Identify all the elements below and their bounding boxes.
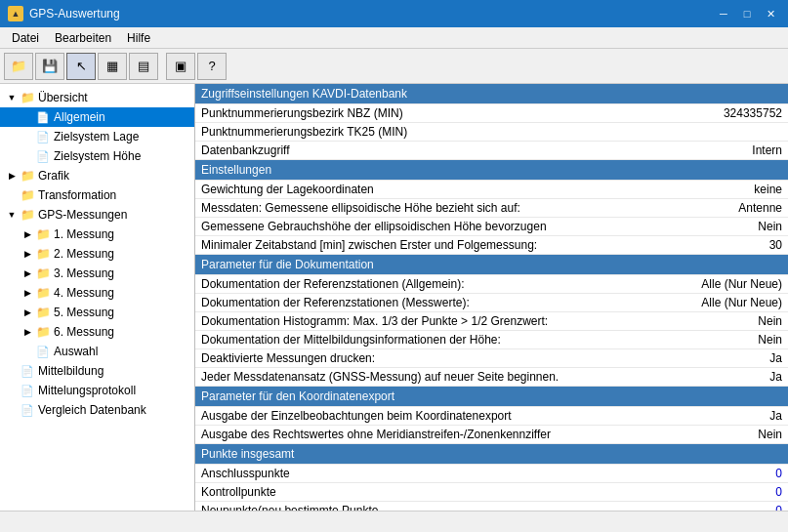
tree-expander-messung3[interactable]: ▶ — [20, 266, 35, 281]
tree-item-uebersicht[interactable]: ▼📁Übersicht — [0, 88, 194, 107]
folder-icon: 📁 — [35, 266, 51, 281]
tree-item-vergleich-datenbank[interactable]: 📄Vergleich Datenbank — [0, 400, 194, 420]
row-label: Kontrollpunkte — [195, 483, 581, 502]
tree-item-auswahl[interactable]: 📄Auswahl — [0, 342, 194, 361]
row-value: Ja — [581, 349, 788, 368]
tree-panel[interactable]: ▼📁Übersicht📄Allgemein📄Zielsystem Lage📄Zi… — [0, 84, 195, 511]
menu-item-bearbeiten[interactable]: Bearbeiten — [47, 29, 119, 47]
tree-item-gps-messungen[interactable]: ▼📁GPS-Messungen — [0, 205, 194, 225]
tree-item-messung2[interactable]: ▶📁2. Messung — [0, 244, 194, 264]
content-panel[interactable]: Zugriffseinstellungen KAVDI-DatenbankPun… — [195, 84, 788, 511]
tree-item-messung3[interactable]: ▶📁3. Messung — [0, 264, 194, 283]
tree-expander-messung2[interactable]: ▶ — [20, 246, 35, 262]
tree-expander-allgemein[interactable] — [20, 109, 35, 125]
tree-expander-uebersicht[interactable]: ▼ — [4, 90, 20, 105]
row-label: Ausgabe des Rechtswertes ohne Meridianst… — [195, 426, 581, 444]
menu-item-hilfe[interactable]: Hilfe — [119, 29, 158, 47]
tree-expander-messung4[interactable]: ▶ — [20, 285, 35, 301]
folder-icon: 📁 — [35, 324, 51, 340]
grid2-icon[interactable]: ▤ — [129, 53, 158, 80]
tree-label-messung3: 3. Messung — [54, 266, 114, 280]
row-label: Datenbankzugriff — [195, 142, 581, 160]
row-label: Punktnummerierungsbezirk TK25 (MIN) — [195, 123, 581, 142]
row-label: Dokumentation Histogramm: Max. 1/3 der P… — [195, 312, 581, 331]
open-icon[interactable]: 📁 — [4, 53, 33, 80]
content-row-7: Gemessene Gebrauchshöhe der ellipsoidisc… — [195, 218, 788, 236]
tree-item-allgemein[interactable]: 📄Allgemein — [0, 107, 194, 127]
tree-item-messung6[interactable]: ▶📁6. Messung — [0, 322, 194, 342]
tree-label-vergleich-datenbank: Vergleich Datenbank — [38, 403, 146, 417]
tree-expander-mittelbildung[interactable] — [4, 363, 20, 379]
page-icon: 📄 — [35, 109, 51, 125]
tree-expander-vergleich-datenbank[interactable] — [4, 402, 20, 418]
tree-expander-transformation[interactable] — [4, 187, 20, 203]
menu-item-datei[interactable]: Datei — [4, 29, 47, 47]
tree-label-messung5: 5. Messung — [54, 306, 114, 319]
folder-icon: 📁 — [20, 90, 35, 105]
row-label: Neupunkte(neu bestimmte Punkte — [195, 502, 581, 512]
tree-label-zielsystem-hoehe: Zielsystem Höhe — [54, 149, 141, 163]
folder-icon: 📁 — [35, 226, 51, 242]
row-value: Ja — [581, 368, 788, 387]
row-label: Dokumentation der Mittelbildungsinformat… — [195, 331, 581, 349]
row-value: 0 — [581, 483, 788, 502]
section-header-label: Parameter für die Dokumentation — [195, 255, 788, 275]
tree-expander-gps-messungen[interactable]: ▼ — [4, 207, 20, 223]
window-controls: ─ □ ✕ — [714, 4, 780, 23]
row-value: Intern — [581, 142, 788, 160]
row-label: Jeder Messdatenansatz (GNSS-Messung) auf… — [195, 368, 581, 387]
section-header: Zugriffseinstellungen KAVDI-Datenbank — [195, 84, 788, 104]
tree-item-mittelungsprotokoll[interactable]: 📄Mittelungsprotokoll — [0, 381, 194, 400]
content-row-21: Kontrollpunkte0 — [195, 483, 788, 502]
row-label: Dokumentation der Referenzstationen (Mes… — [195, 294, 581, 312]
tree-item-messung1[interactable]: ▶📁1. Messung — [0, 225, 194, 244]
row-label: Ausgabe der Einzelbeobachtungen beim Koo… — [195, 407, 581, 426]
tree-expander-auswahl[interactable] — [20, 344, 35, 359]
tree-expander-messung1[interactable]: ▶ — [20, 226, 35, 242]
section-header-label: Parameter für den Koordinatenexport — [195, 387, 788, 407]
tree-expander-grafik[interactable]: ▶ — [4, 168, 20, 184]
help-icon[interactable]: ? — [197, 53, 227, 80]
minimize-button[interactable]: ─ — [714, 4, 733, 23]
row-label: Gewichtung der Lagekoordinaten — [195, 181, 581, 199]
folder-icon: 📁 — [20, 168, 35, 184]
tree-expander-messung5[interactable]: ▶ — [20, 305, 35, 320]
app-icon: ▲ — [8, 6, 23, 21]
content-row-5: Gewichtung der Lagekoordinatenkeine — [195, 181, 788, 199]
tree-label-allgemein: Allgemein — [54, 110, 105, 124]
content-row-1: Punktnummerierungsbezirk NBZ (MIN)324335… — [195, 104, 788, 123]
tree-item-transformation[interactable]: 📁Transformation — [0, 185, 194, 205]
table-icon[interactable]: ▣ — [166, 53, 195, 80]
tree-label-messung2: 2. Messung — [54, 247, 114, 261]
tree-expander-zielsystem-hoehe[interactable] — [20, 148, 35, 164]
row-value: Nein — [581, 312, 788, 331]
content-row-2: Punktnummerierungsbezirk TK25 (MIN) — [195, 123, 788, 142]
cursor-icon[interactable]: ↖ — [66, 53, 96, 80]
tree-label-mittelbildung: Mittelbildung — [38, 364, 104, 378]
section-header: Einstellungen — [195, 160, 788, 181]
tree-item-zielsystem-lage[interactable]: 📄Zielsystem Lage — [0, 127, 194, 146]
tree-expander-zielsystem-lage[interactable] — [20, 129, 35, 144]
section-header-label: Punkte insgesamt — [195, 444, 788, 465]
content-row-13: Dokumentation der Mittelbildungsinformat… — [195, 331, 788, 349]
tree-item-zielsystem-hoehe[interactable]: 📄Zielsystem Höhe — [0, 146, 194, 166]
tree-item-messung4[interactable]: ▶📁4. Messung — [0, 283, 194, 303]
tree-label-uebersicht: Übersicht — [38, 91, 88, 104]
row-value: Antenne — [581, 199, 788, 218]
folder-icon: 📁 — [20, 207, 35, 223]
tree-item-mittelbildung[interactable]: 📄Mittelbildung — [0, 361, 194, 381]
maximize-button[interactable]: □ — [737, 4, 757, 23]
tree-expander-messung6[interactable]: ▶ — [20, 324, 35, 340]
tree-item-messung5[interactable]: ▶📁5. Messung — [0, 303, 194, 322]
section-header-label: Zugriffseinstellungen KAVDI-Datenbank — [195, 84, 788, 104]
folder-icon: 📁 — [35, 246, 51, 262]
save-icon[interactable]: 💾 — [35, 53, 64, 80]
tree-item-grafik[interactable]: ▶📁Grafik — [0, 166, 194, 185]
content-row-12: Dokumentation Histogramm: Max. 1/3 der P… — [195, 312, 788, 331]
tree-label-zielsystem-lage: Zielsystem Lage — [54, 130, 139, 143]
grid-icon[interactable]: ▦ — [98, 53, 127, 80]
folder-icon: 📁 — [35, 305, 51, 320]
close-button[interactable]: ✕ — [761, 4, 780, 23]
tree-expander-mittelungsprotokoll[interactable] — [4, 383, 20, 398]
toolbar: 📁💾↖▦▤▣? — [0, 49, 788, 84]
